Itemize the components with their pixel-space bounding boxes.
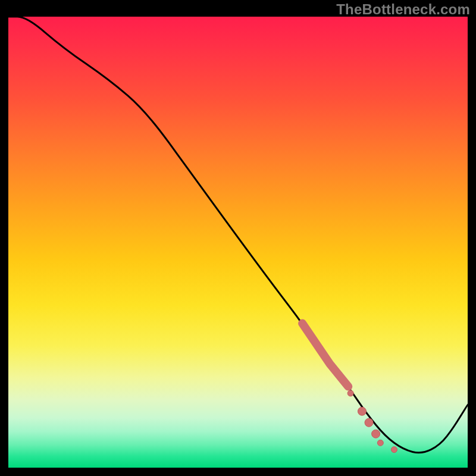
watermark-text: TheBottleneck.com bbox=[336, 1, 470, 18]
main-curve bbox=[8, 17, 468, 453]
marker-point bbox=[372, 430, 380, 438]
plot-area bbox=[8, 17, 468, 468]
marker-point bbox=[347, 390, 353, 396]
marker-group bbox=[347, 390, 397, 453]
marker-point bbox=[391, 447, 397, 453]
marker-point bbox=[358, 407, 366, 415]
marker-point bbox=[365, 418, 373, 427]
marker-point bbox=[377, 440, 383, 446]
chart-frame: TheBottleneck.com bbox=[0, 0, 476, 476]
highlight-segment bbox=[302, 323, 348, 386]
chart-overlay-svg bbox=[8, 17, 468, 468]
